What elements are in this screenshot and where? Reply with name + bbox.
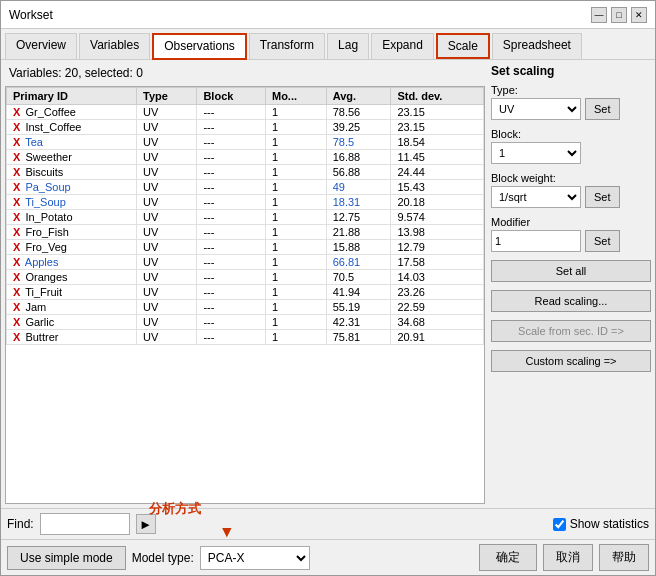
custom-scaling-button[interactable]: Custom scaling =>	[491, 350, 651, 372]
cell-block: ---	[197, 255, 266, 270]
cell-mo: 1	[265, 225, 326, 240]
main-content: Variables: 20, selected: 0 Primary ID Ty…	[1, 60, 655, 508]
cell-avg: 21.88	[326, 225, 391, 240]
cell-avg: 66.81	[326, 255, 391, 270]
col-header-mo[interactable]: Mo...	[265, 88, 326, 105]
confirm-button[interactable]: 确定	[479, 544, 537, 571]
col-header-block[interactable]: Block	[197, 88, 266, 105]
cell-type: UV	[137, 105, 197, 120]
table-row[interactable]: X Sweether UV --- 1 16.88 11.45	[7, 150, 484, 165]
col-header-type[interactable]: Type	[137, 88, 197, 105]
cell-block: ---	[197, 120, 266, 135]
set-all-button[interactable]: Set all	[491, 260, 651, 282]
row-marker: X	[13, 196, 20, 208]
cell-id: X Inst_Coffee	[7, 120, 137, 135]
table-row[interactable]: X Inst_Coffee UV --- 1 39.25 23.15	[7, 120, 484, 135]
maximize-button[interactable]: □	[611, 7, 627, 23]
set-block-weight-button[interactable]: Set	[585, 186, 620, 208]
row-marker: X	[13, 301, 20, 313]
cell-id: X Garlic	[7, 315, 137, 330]
table-row[interactable]: X Ti_Fruit UV --- 1 41.94 23.26	[7, 285, 484, 300]
cell-avg: 55.19	[326, 300, 391, 315]
cell-avg: 78.5	[326, 135, 391, 150]
col-header-id[interactable]: Primary ID	[7, 88, 137, 105]
tab-overview[interactable]: Overview	[5, 33, 77, 59]
cell-id: X Gr_Coffee	[7, 105, 137, 120]
cell-id: X Jam	[7, 300, 137, 315]
cell-std: 24.44	[391, 165, 484, 180]
cell-std: 13.98	[391, 225, 484, 240]
cell-mo: 1	[265, 315, 326, 330]
minimize-button[interactable]: —	[591, 7, 607, 23]
cell-mo: 1	[265, 105, 326, 120]
cell-id: X Oranges	[7, 270, 137, 285]
cell-type: UV	[137, 150, 197, 165]
find-input[interactable]	[40, 513, 130, 535]
table-row[interactable]: X In_Potato UV --- 1 12.75 9.574	[7, 210, 484, 225]
modifier-input[interactable]	[491, 230, 581, 252]
row-marker: X	[13, 271, 20, 283]
cell-type: UV	[137, 165, 197, 180]
cell-type: UV	[137, 225, 197, 240]
tab-expand[interactable]: Expand	[371, 33, 434, 59]
type-select[interactable]: UV MC Par None	[491, 98, 581, 120]
cell-mo: 1	[265, 165, 326, 180]
cell-id-value: Jam	[25, 301, 46, 313]
cell-type: UV	[137, 285, 197, 300]
cell-avg: 41.94	[326, 285, 391, 300]
cell-avg: 75.81	[326, 330, 391, 345]
cell-std: 20.18	[391, 195, 484, 210]
model-type-select[interactable]: PCA-X PCA-XY PLS	[200, 546, 310, 570]
table-row[interactable]: X Gr_Coffee UV --- 1 78.56 23.15	[7, 105, 484, 120]
col-header-avg[interactable]: Avg.	[326, 88, 391, 105]
data-table-container[interactable]: Primary ID Type Block Mo... Avg. Std. de…	[5, 86, 485, 504]
cell-avg: 56.88	[326, 165, 391, 180]
tab-observations[interactable]: Observations	[152, 33, 247, 60]
cell-id: X Sweether	[7, 150, 137, 165]
modifier-row: Set	[491, 230, 651, 252]
cancel-button[interactable]: 取消	[543, 544, 593, 571]
table-row[interactable]: X Ti_Soup UV --- 1 18.31 20.18	[7, 195, 484, 210]
col-header-std[interactable]: Std. dev.	[391, 88, 484, 105]
table-row[interactable]: X Fro_Veg UV --- 1 15.88 12.79	[7, 240, 484, 255]
tab-scale[interactable]: Scale	[436, 33, 490, 59]
cell-mo: 1	[265, 180, 326, 195]
table-row[interactable]: X Buttrer UV --- 1 75.81 20.91	[7, 330, 484, 345]
cell-id-value: Ti_Soup	[25, 196, 66, 208]
set-type-button[interactable]: Set	[585, 98, 620, 120]
tab-transform[interactable]: Transform	[249, 33, 325, 59]
close-button[interactable]: ✕	[631, 7, 647, 23]
block-weight-select[interactable]: 1/sqrt 1/n 1	[491, 186, 581, 208]
table-row[interactable]: X Biscuits UV --- 1 56.88 24.44	[7, 165, 484, 180]
cell-mo: 1	[265, 330, 326, 345]
cell-id-value: Pa_Soup	[25, 181, 70, 193]
row-marker: X	[13, 241, 20, 253]
table-row[interactable]: X Apples UV --- 1 66.81 17.58	[7, 255, 484, 270]
simple-mode-button[interactable]: Use simple mode	[7, 546, 126, 570]
cell-avg: 42.31	[326, 315, 391, 330]
show-stats-checkbox[interactable]	[553, 518, 566, 531]
table-row[interactable]: X Fro_Fish UV --- 1 21.88 13.98	[7, 225, 484, 240]
cell-block: ---	[197, 210, 266, 225]
cell-id-value: Buttrer	[25, 331, 58, 343]
tab-variables[interactable]: Variables	[79, 33, 150, 59]
table-row[interactable]: X Pa_Soup UV --- 1 49 15.43	[7, 180, 484, 195]
row-marker: X	[13, 331, 20, 343]
tab-spreadsheet[interactable]: Spreadsheet	[492, 33, 582, 59]
row-marker: X	[13, 151, 20, 163]
table-row[interactable]: X Jam UV --- 1 55.19 22.59	[7, 300, 484, 315]
cell-avg: 70.5	[326, 270, 391, 285]
find-next-button[interactable]: ►	[136, 514, 156, 534]
help-button[interactable]: 帮助	[599, 544, 649, 571]
find-bar: Find: ► Show statistics	[1, 508, 655, 539]
tab-lag[interactable]: Lag	[327, 33, 369, 59]
row-marker: X	[13, 121, 20, 133]
block-select[interactable]: 1 2 3	[491, 142, 581, 164]
cell-id-value: Ti_Fruit	[25, 286, 62, 298]
scale-from-sec-button[interactable]: Scale from sec. ID =>	[491, 320, 651, 342]
table-row[interactable]: X Garlic UV --- 1 42.31 34.68	[7, 315, 484, 330]
table-row[interactable]: X Oranges UV --- 1 70.5 14.03	[7, 270, 484, 285]
read-scaling-button[interactable]: Read scaling...	[491, 290, 651, 312]
table-row[interactable]: X Tea UV --- 1 78.5 18.54	[7, 135, 484, 150]
set-modifier-button[interactable]: Set	[585, 230, 620, 252]
